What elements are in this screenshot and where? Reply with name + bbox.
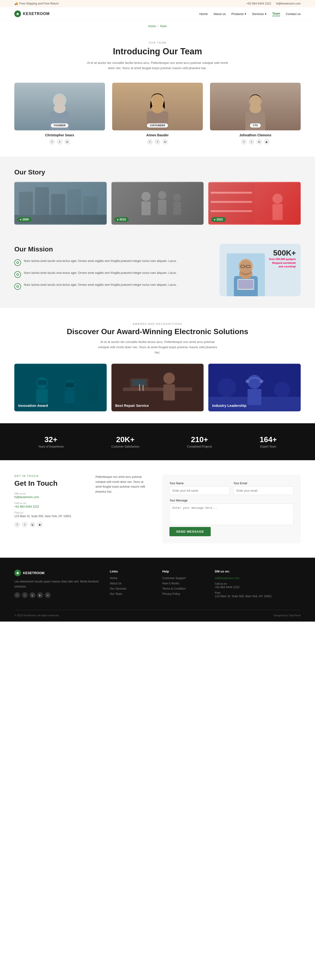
svg-rect-29	[211, 201, 252, 203]
footer-social-fb[interactable]: f	[14, 592, 20, 598]
hero-description: At et at auctor leo convallis facilisi l…	[86, 60, 229, 71]
nav-contact[interactable]: Contact us	[286, 12, 301, 16]
footer-link-0[interactable]: Home	[110, 576, 153, 580]
award-label-1: Best Repair Service	[115, 404, 149, 407]
form-message-textarea[interactable]	[169, 504, 294, 525]
form-name-input[interactable]	[169, 487, 230, 495]
footer-social-tw[interactable]: t	[22, 592, 28, 598]
footer-link-1[interactable]: About Us	[110, 582, 153, 585]
awards-section: AWARDS AND RECOGNITIONS Discover Our Awa…	[0, 308, 315, 423]
contact-phone[interactable]: +62 864 6444 2222	[14, 505, 39, 508]
contact-socials: f t ig ▶	[14, 522, 81, 527]
footer-logo-text: KESETROOM	[23, 571, 45, 575]
contact-form: Your Name Your Email Your Message SEND M…	[162, 474, 301, 543]
footer-social-yt[interactable]: ▶	[37, 592, 43, 598]
contact-center: Pellentesque non amet arcu pulvinar volu…	[96, 474, 148, 543]
footer-brand: KESETROOM Leo elementum iaculis quam mas…	[14, 570, 100, 600]
social-tw-0[interactable]: t	[57, 139, 62, 145]
form-group-message: Your Message	[169, 499, 294, 525]
svg-rect-23	[158, 200, 166, 215]
stat-1: 20K+ Customer Satisfaction	[112, 435, 139, 448]
team-socials-2: f t in ▶	[210, 139, 301, 145]
svg-rect-52	[66, 383, 74, 387]
footer-help-0[interactable]: Customer Support	[162, 576, 205, 580]
social-yt-2[interactable]: ▶	[264, 139, 270, 145]
footer-help-3[interactable]: Privacy Policy	[162, 592, 205, 596]
footer-description: Leo elementum iaculis quam massa vitae o…	[14, 579, 100, 589]
svg-rect-16	[67, 189, 81, 215]
topbar: 🚚 Free Shipping and Free Return +62 864 …	[0, 0, 315, 7]
logo[interactable]: KESETROOM	[14, 11, 50, 17]
mission-text-1: Nunc lacinia amet iaculis uma lectus age…	[24, 271, 177, 275]
social-tw-1[interactable]: t	[155, 139, 160, 145]
award-card-2: Industry Leadership	[208, 364, 301, 411]
team-badge-2: CTO	[250, 124, 261, 127]
breadcrumb-home[interactable]: Home	[148, 25, 156, 28]
social-fb-1[interactable]: f	[147, 139, 153, 145]
team-socials-1: f t in	[112, 139, 203, 145]
social-fb-0[interactable]: f	[49, 139, 55, 145]
contact-email[interactable]: hi@kesetroom.com	[14, 495, 39, 499]
mission-stat-description: Over 500,000 gadgets Shipped worldwide a…	[267, 258, 296, 268]
nav-products[interactable]: Products ▾	[232, 12, 246, 16]
stat-label-2: Completed Projects	[187, 445, 212, 448]
footer-social-ig[interactable]: ig	[30, 592, 35, 598]
form-email-input[interactable]	[233, 487, 294, 495]
footer-link-2[interactable]: Our Services	[110, 587, 153, 590]
social-in-2[interactable]: in	[256, 139, 262, 145]
social-fb-2[interactable]: f	[241, 139, 247, 145]
nav-home[interactable]: Home	[200, 12, 208, 16]
social-tw-2[interactable]: t	[249, 139, 254, 145]
contact-title: Get In Touch	[14, 479, 81, 487]
nav-about[interactable]: About us	[213, 12, 225, 16]
story-year-0: 2000	[17, 217, 32, 222]
form-message-label: Your Message	[169, 499, 294, 502]
footer-help-title: Help	[162, 570, 205, 573]
social-in-1[interactable]: in	[162, 139, 168, 145]
nav-services[interactable]: Services ▾	[252, 12, 267, 16]
contact-social-yt[interactable]: ▶	[37, 522, 43, 527]
nav-team[interactable]: Team	[272, 12, 280, 16]
svg-rect-45	[238, 280, 253, 289]
footer-help-2[interactable]: Terms & Condition	[162, 587, 205, 590]
svg-rect-30	[211, 210, 252, 212]
topbar-contact: +62 864 6444 2222 hi@kesetroom.com	[246, 2, 301, 5]
footer-social-in[interactable]: in	[45, 592, 51, 598]
mission-left: Our Mission Nunc lacinia amet iaculis um…	[14, 245, 210, 294]
contact-social-ig[interactable]: ig	[30, 522, 35, 527]
mission-stat-pre: Over	[269, 258, 276, 261]
story-title: Our Story	[14, 169, 301, 176]
story-card-2: 2022	[208, 182, 301, 225]
svg-rect-13	[19, 192, 33, 215]
footer-help-1[interactable]: How It Works	[162, 582, 205, 585]
svg-rect-48	[36, 389, 48, 403]
svg-point-35	[17, 285, 19, 288]
team-name-2: Johnathon Clemons	[210, 133, 301, 137]
contact-social-tw[interactable]: t	[22, 522, 28, 527]
svg-point-68	[260, 380, 263, 383]
mission-item-2: Nunc lacinia amet iaculis uma lectus age…	[14, 283, 210, 290]
logo-icon	[14, 11, 21, 17]
footer-contact-col: DM us on: hi@kesetroom.com Call us on: +…	[215, 570, 301, 600]
svg-rect-14	[35, 187, 49, 215]
mission-right: 500K+ Over 500,000 gadgets Shipped world…	[219, 244, 301, 296]
contact-phone-label: Call us on:	[14, 502, 81, 504]
form-submit-button[interactable]: SEND MESSAGE	[169, 527, 211, 536]
footer-links-title: Links	[110, 570, 153, 573]
footer-links-list: Home About Us Our Services Our Team	[110, 576, 153, 596]
stat-num-1: 20K+	[112, 435, 139, 444]
social-in-0[interactable]: in	[64, 139, 70, 145]
footer-address-label: Find:	[215, 591, 301, 594]
award-label-2: Industry Leadership	[212, 404, 246, 407]
stat-num-3: 164+	[260, 435, 277, 444]
svg-point-24	[173, 194, 181, 202]
awards-grid: Innovation Award Best Repair Service	[14, 364, 301, 411]
contact-social-fb[interactable]: f	[14, 522, 20, 527]
footer-email-link[interactable]: hi@kesetroom.com	[215, 576, 240, 580]
footer-copyright: © 2023 Kesetroom. All rights reserved.	[14, 614, 59, 617]
stat-label-0: Years of Experience	[38, 445, 64, 448]
footer-link-3[interactable]: Our Team	[110, 592, 153, 596]
svg-point-65	[248, 375, 262, 389]
team-image-christopher: FOUNDER	[14, 83, 105, 130]
svg-point-20	[141, 192, 150, 201]
